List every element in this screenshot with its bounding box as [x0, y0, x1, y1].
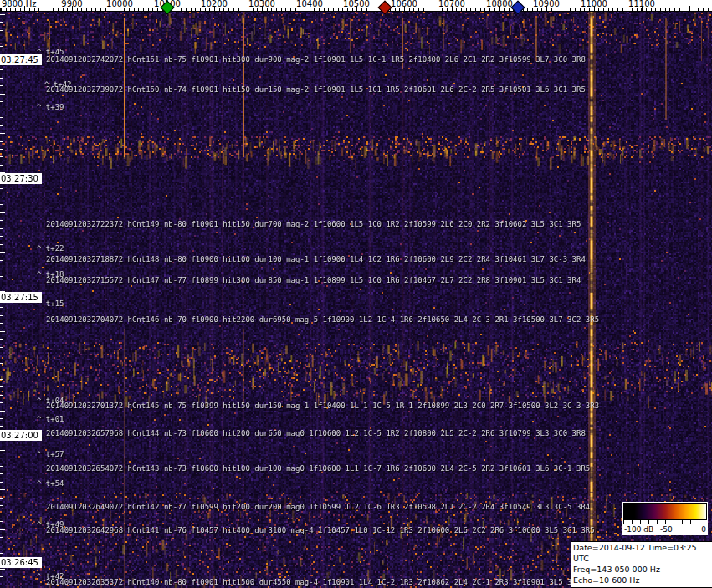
echo-record-line: 20140912032649072 hCnt142 nb-77 f10599 h… — [46, 503, 590, 511]
info-date-time: Date=2014-09-12 Time=03:25 UTC — [573, 542, 711, 564]
echo-record-line: 20140912032654072 hCnt143 nb-73 f10600 h… — [46, 464, 590, 473]
freq-tick-label: 9800 Hz — [2, 0, 36, 8]
freq-tick-label: 11100 — [628, 0, 655, 8]
echo-time-marker: ^ t+57 — [37, 450, 64, 458]
freq-tick-label: 10900 — [533, 0, 560, 8]
echo-record-line: 20140912032642968 hCnt141 nb-76 f10457 h… — [46, 526, 595, 534]
freq-tick-label: 10000 — [106, 0, 133, 8]
freq-tick-label: 10700 — [438, 0, 465, 8]
info-frequency: Freq=143 050 000 Hz — [573, 564, 711, 575]
echo-time-marker: ^ t+01 — [37, 415, 64, 423]
echo-record-line: 20140912032715572 hCnt147 nb-77 f10899 h… — [46, 276, 581, 284]
time-tick-label: 03:27:15 — [0, 292, 42, 303]
frequency-ruler: 9800 Hz 9900 10000 10100 10200 10300 104… — [0, 0, 712, 12]
db-legend-ticks — [623, 520, 707, 524]
freq-tick-label: 10400 — [296, 0, 323, 8]
freq-tick-label: 10800 — [486, 0, 513, 8]
db-min-label: -100 dB — [624, 525, 653, 534]
echo-record-line: 20140912032635372 hCnt140 nb-80 f10901 h… — [46, 578, 603, 586]
time-tick-label: 03:26:45 — [0, 557, 42, 568]
echo-monitor-window: 9800 Hz 9900 10000 10100 10200 10300 104… — [0, 0, 712, 588]
freq-tick-label: 11000 — [581, 0, 607, 8]
info-echo-freq: Echo=10 600 Hz — [573, 575, 711, 585]
echo-time-marker: ^ t+54 — [37, 479, 64, 488]
db-max-label: 0 — [701, 525, 706, 534]
status-info-box: Date=2014-09-12 Time=03:25 UTC Freq=143 … — [571, 541, 712, 588]
echo-record-line: 20140912032718872 hCnt148 nb-80 f10900 h… — [46, 255, 586, 263]
freq-tick-label: 10300 — [248, 0, 275, 8]
freq-tick-label: 10600 — [391, 0, 417, 8]
time-tick-label: 03:27:30 — [0, 173, 42, 184]
freq-tick-label: 9900 — [61, 0, 82, 8]
time-tick-label: 03:27:45 — [0, 54, 42, 65]
time-tick-label: 03:27:00 — [0, 430, 42, 441]
echo-record-line: 20140912032742072 hCnt151 nb-75 f10901 h… — [46, 55, 586, 64]
echo-record-line: 20140912032704072 hCnt146 nb-70 f10900 h… — [46, 315, 599, 324]
echo-record-line: 20140912032722372 hCnt149 nb-80 f10901 h… — [46, 220, 581, 228]
echo-time-marker: ^ t+22 — [37, 244, 64, 253]
echo-time-marker: ^ t+39 — [37, 103, 64, 111]
db-gradient — [623, 503, 707, 520]
echo-record-line: 20140912032739072 hCnt150 nb-74 f10901 h… — [46, 85, 586, 94]
db-mid-label: -50 — [660, 525, 673, 534]
spectrogram-canvas — [0, 11, 712, 588]
freq-tick-label: 10200 — [201, 0, 228, 8]
echo-record-line: 20140912032701372 hCnt145 nb-75 f10399 h… — [46, 401, 599, 410]
db-color-legend: -100 dB -50 0 — [622, 502, 708, 535]
freq-tick-label: 10500 — [343, 0, 370, 8]
echo-record-line: 20140912032657968 hCnt144 nb-73 f10600 h… — [46, 429, 586, 437]
